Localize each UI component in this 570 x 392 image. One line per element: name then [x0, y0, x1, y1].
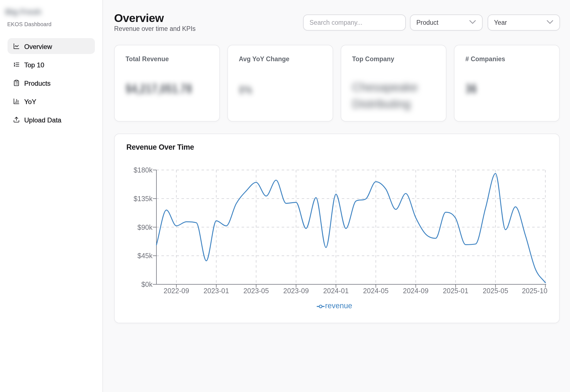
svg-text:2024-05: 2024-05 — [363, 287, 389, 295]
svg-text:2023-05: 2023-05 — [243, 287, 269, 295]
svg-text:2022-09: 2022-09 — [164, 287, 189, 295]
svg-text:$0k: $0k — [141, 280, 153, 288]
svg-text:2024-01: 2024-01 — [323, 287, 349, 295]
svg-text:revenue: revenue — [325, 302, 352, 310]
svg-text:2024-09: 2024-09 — [403, 287, 429, 295]
svg-text:2023-01: 2023-01 — [203, 287, 229, 295]
svg-text:$180k: $180k — [134, 166, 153, 174]
svg-text:$90k: $90k — [137, 223, 153, 231]
svg-text:2023-09: 2023-09 — [283, 287, 309, 295]
svg-text:$135k: $135k — [134, 195, 153, 203]
svg-text:$45k: $45k — [137, 252, 153, 260]
svg-text:2025-05: 2025-05 — [483, 287, 508, 295]
svg-text:2025-01: 2025-01 — [443, 287, 468, 295]
svg-text:2025-10: 2025-10 — [522, 287, 547, 295]
